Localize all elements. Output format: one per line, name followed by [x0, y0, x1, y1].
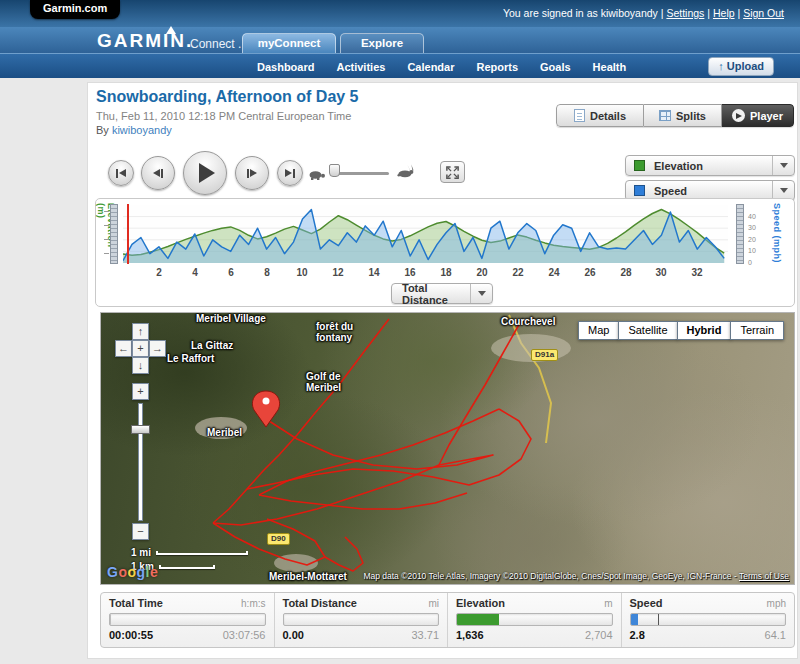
pan-down-button[interactable]: ↓ — [132, 357, 149, 374]
play-icon — [199, 163, 215, 183]
tab-player[interactable]: Player — [722, 104, 794, 127]
skip-to-end-button[interactable] — [277, 160, 303, 186]
x-tick-label: 10 — [296, 267, 307, 278]
map-type-satellite[interactable]: Satellite — [618, 321, 677, 340]
top-bar: Garmin.com You are signed in as kiwiboya… — [0, 0, 800, 27]
google-logo: Google — [107, 564, 158, 580]
x-tick-label: 4 — [192, 267, 198, 278]
tab-splits[interactable]: Splits — [644, 104, 722, 127]
step-back-button[interactable] — [141, 156, 175, 190]
speed-tick-label: 10 — [748, 247, 756, 254]
pan-up-button[interactable]: ↑ — [132, 323, 149, 340]
map-place-label: Meribel Village — [196, 313, 266, 324]
skip-to-end-icon — [285, 169, 295, 178]
fullscreen-button[interactable] — [440, 161, 465, 183]
document-icon — [574, 109, 585, 122]
nav-dashboard[interactable]: Dashboard — [246, 61, 325, 73]
x-tick-label: 20 — [476, 267, 487, 278]
tab-explore[interactable]: Explore — [340, 33, 424, 53]
step-forward-icon — [247, 169, 257, 178]
speed-tick-label: 40 — [748, 213, 756, 220]
nav-links: Dashboard Activities Calendar Reports Go… — [246, 54, 637, 79]
chevron-down-icon — [780, 163, 788, 168]
x-tick-label: 32 — [691, 267, 702, 278]
map-type-buttons: Map Satellite Hybrid Terrain — [579, 321, 784, 340]
total-time-progress-bar — [109, 613, 266, 626]
map-place-label: Meribel — [207, 427, 242, 438]
road-badge: D91a — [531, 349, 558, 361]
x-axis-ticks: 2468101214161820222426283032 — [123, 267, 728, 279]
garmin-connect-player-page: Garmin.com You are signed in as kiwiboya… — [0, 0, 800, 664]
pan-right-button[interactable]: → — [149, 340, 166, 357]
x-tick-label: 28 — [620, 267, 631, 278]
settings-link[interactable]: Settings — [666, 7, 704, 19]
author-link[interactable]: kiwiboyandy — [112, 124, 172, 136]
pan-left-button[interactable]: ← — [115, 340, 132, 357]
map-type-map[interactable]: Map — [578, 321, 619, 340]
speed-axis-label: Speed (mph) — [772, 203, 782, 265]
zoom-slider-handle[interactable] — [131, 425, 150, 434]
nav-reports[interactable]: Reports — [465, 61, 529, 73]
x-tick-label: 18 — [440, 267, 451, 278]
chevron-down-icon — [478, 291, 486, 296]
signed-in-text: You are signed in as kiwiboyandy — [503, 7, 658, 19]
pan-center-button[interactable]: + — [132, 340, 149, 357]
signin-status: You are signed in as kiwiboyandy | Setti… — [503, 7, 784, 19]
playback-speed-slider-track[interactable] — [333, 172, 389, 175]
map-canvas[interactable]: Meribel VillageCourchevelforêt dufontany… — [100, 312, 795, 585]
x-tick-label: 14 — [368, 267, 379, 278]
elevation-series-dropdown[interactable]: Elevation — [625, 155, 795, 176]
zoom-out-button[interactable]: − — [132, 523, 149, 540]
view-tabs: Details Splits Player — [556, 104, 794, 127]
elevation-progress-bar — [456, 613, 613, 626]
upload-button[interactable]: ↑Upload — [708, 57, 774, 76]
zoom-slider-track[interactable] — [138, 403, 143, 521]
x-tick-label: 2 — [156, 267, 162, 278]
nav-health[interactable]: Health — [582, 61, 638, 73]
tab-myconnect[interactable]: myConnect — [242, 33, 336, 53]
terms-of-use-link[interactable]: Terms of Use — [739, 571, 789, 581]
x-tick-label: 12 — [332, 267, 343, 278]
fullscreen-icon — [445, 165, 460, 180]
help-link[interactable]: Help — [713, 7, 735, 19]
nav-activities[interactable]: Activities — [325, 61, 396, 73]
stat-total-time: Total Timeh:m:s 00:00:5503:07:56 — [101, 593, 274, 647]
zoom-in-button[interactable]: + — [132, 383, 149, 400]
upload-arrow-icon: ↑ — [718, 60, 724, 72]
x-tick-label: 24 — [548, 267, 559, 278]
garmin-com-tab[interactable]: Garmin.com — [30, 0, 120, 19]
road-badge: D90 — [267, 533, 290, 545]
map-place-label: Meribel-Mottaret — [269, 571, 347, 582]
total-distance-progress-bar — [283, 613, 440, 626]
skip-to-start-button[interactable] — [108, 160, 134, 186]
step-forward-button[interactable] — [235, 156, 269, 190]
nav-goals[interactable]: Goals — [529, 61, 582, 73]
map-marker-pin[interactable] — [252, 391, 279, 427]
chevron-down-icon — [780, 188, 788, 193]
x-axis-selector-dropdown[interactable]: Total Distance — [391, 283, 493, 304]
map-type-terrain[interactable]: Terrain — [730, 321, 784, 340]
connect-logo-text: Connect . — [190, 37, 241, 51]
nav-calendar[interactable]: Calendar — [396, 61, 465, 73]
main-nav-bar: Dashboard Activities Calendar Reports Go… — [0, 53, 800, 78]
stat-speed: Speedmph 2.864.1 — [621, 593, 795, 647]
elevation-swatch — [634, 160, 645, 171]
playback-speed-slider-handle[interactable] — [329, 164, 340, 177]
speed-progress-bar — [630, 613, 787, 626]
chart-position-marker — [127, 204, 129, 264]
stat-elevation: Elevationm 1,6362,704 — [447, 593, 621, 647]
x-tick-label: 16 — [404, 267, 415, 278]
stat-total-distance: Total Distancemi 0.0033.71 — [274, 593, 448, 647]
x-tick-label: 30 — [655, 267, 666, 278]
map-type-hybrid[interactable]: Hybrid — [677, 321, 732, 340]
map-place-label: Golf deMeribel — [306, 371, 341, 393]
tab-details[interactable]: Details — [556, 104, 644, 127]
speed-tick-label: 30 — [748, 224, 756, 231]
signout-link[interactable]: Sign Out — [743, 7, 784, 19]
play-button[interactable] — [183, 151, 227, 195]
skip-to-start-icon — [116, 169, 126, 178]
speed-axis-ruler — [736, 204, 744, 264]
x-tick-label: 8 — [264, 267, 270, 278]
scale-mi: 1 mi — [131, 547, 248, 558]
table-icon — [659, 110, 671, 121]
